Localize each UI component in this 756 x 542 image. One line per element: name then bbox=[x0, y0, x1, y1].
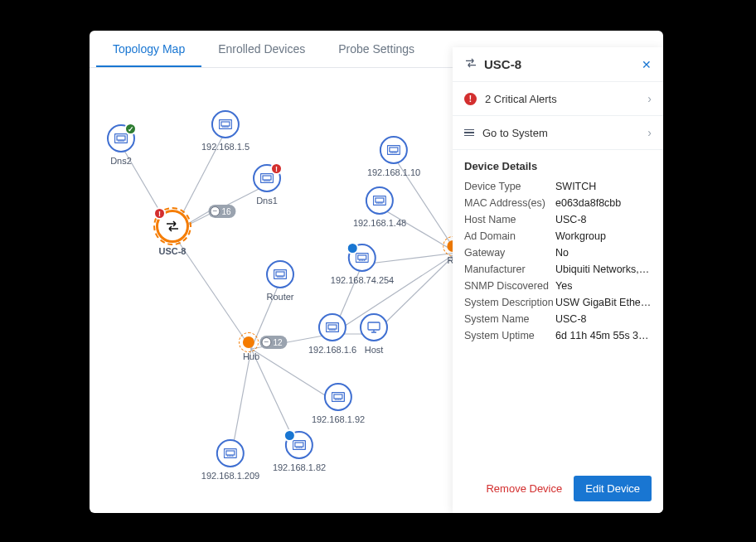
node-192-168-1-82[interactable]: 192.168.1.82 bbox=[273, 431, 326, 472]
ethernet-port-icon bbox=[219, 119, 232, 129]
node-192-168-1-10[interactable]: 192.168.1.10 bbox=[367, 136, 420, 177]
detail-row: MAC Address(es)e063da8f8cbb bbox=[464, 197, 652, 209]
node-192-168-1-209[interactable]: 192.168.1.209 bbox=[201, 439, 259, 481]
node-dns1[interactable]: ! Dns1 bbox=[253, 164, 281, 206]
svg-rect-30 bbox=[358, 255, 366, 259]
ethernet-port-icon bbox=[260, 173, 274, 183]
edit-device-button[interactable]: Edit Device bbox=[574, 476, 652, 501]
monitor-icon bbox=[367, 322, 380, 333]
node-dns2[interactable]: ✓ Dns2 bbox=[107, 124, 135, 166]
detail-row: SNMP DiscoveredYes bbox=[464, 280, 652, 292]
ethernet-port-icon bbox=[387, 145, 400, 155]
app-window: Topology Map Enrolled Devices Probe Sett… bbox=[90, 31, 663, 513]
detail-row: ManufacturerUbiquiti Networks, Inc. bbox=[464, 264, 652, 275]
node-label: USC-8 bbox=[156, 246, 189, 256]
close-panel-button[interactable]: ✕ bbox=[642, 58, 652, 71]
panel-actions: Remove Device Edit Device bbox=[453, 464, 663, 513]
svg-rect-24 bbox=[390, 148, 398, 152]
svg-rect-33 bbox=[368, 322, 380, 330]
panel-header: USC-8 ✕ bbox=[453, 47, 663, 82]
details-heading: Device Details bbox=[464, 160, 652, 172]
node-192-168-1-48[interactable]: 192.168.1.48 bbox=[353, 186, 406, 228]
node-router[interactable]: Router bbox=[266, 260, 294, 302]
node-192-168-1-92[interactable]: 192.168.1.92 bbox=[312, 383, 365, 424]
node-label: 192.168.1.209 bbox=[201, 471, 259, 481]
node-label: Dns1 bbox=[253, 196, 281, 206]
critical-alerts-row[interactable]: ! 2 Critical Alerts › bbox=[453, 82, 663, 116]
go-to-system-row[interactable]: Go to System › bbox=[453, 116, 663, 150]
status-error-icon: ! bbox=[270, 162, 283, 175]
node-192-168-1-6[interactable]: 192.168.1.6 bbox=[308, 313, 356, 355]
collapse-badge-hub[interactable]: − 12 bbox=[259, 336, 287, 349]
svg-rect-22 bbox=[263, 176, 271, 180]
detail-row: System NameUSC-8 bbox=[464, 313, 652, 325]
svg-rect-18 bbox=[117, 136, 125, 140]
node-label: 192.168.74.254 bbox=[331, 275, 394, 285]
node-label: 192.168.1.82 bbox=[273, 462, 326, 472]
ethernet-port-icon bbox=[224, 448, 237, 458]
node-192-168-1-5[interactable]: 192.168.1.5 bbox=[201, 110, 250, 152]
node-label: 192.168.1.92 bbox=[312, 414, 365, 424]
status-ok-icon: ✓ bbox=[124, 123, 137, 135]
alert-icon: ! bbox=[464, 93, 477, 105]
status-error-icon: ! bbox=[153, 207, 166, 220]
node-label: Dns2 bbox=[107, 156, 135, 166]
node-usc-8[interactable]: ! USC-8 bbox=[156, 210, 189, 256]
device-details-panel: USC-8 ✕ ! 2 Critical Alerts › Go to Syst… bbox=[453, 47, 663, 513]
collapse-count: 12 bbox=[273, 338, 282, 347]
minus-icon: − bbox=[210, 206, 220, 216]
switch-icon bbox=[464, 58, 477, 70]
ethernet-port-icon bbox=[332, 392, 345, 402]
detail-row: System Uptime6d 11h 45m 55s 30ms bbox=[464, 330, 652, 341]
collapse-badge-usc8[interactable]: − 16 bbox=[208, 205, 235, 218]
panel-title: USC-8 bbox=[484, 57, 635, 71]
switch-icon bbox=[165, 220, 180, 232]
tab-enrolled-devices[interactable]: Enrolled Devices bbox=[201, 31, 322, 67]
node-host[interactable]: Host bbox=[360, 313, 388, 355]
node-label: Host bbox=[360, 345, 388, 355]
detail-row: GatewayNo bbox=[464, 247, 652, 259]
svg-rect-35 bbox=[334, 394, 342, 399]
svg-rect-39 bbox=[226, 451, 235, 455]
node-label: Router bbox=[266, 292, 294, 302]
ethernet-port-icon bbox=[114, 133, 128, 143]
detail-row: Host NameUSC-8 bbox=[464, 214, 652, 225]
tab-probe-settings[interactable]: Probe Settings bbox=[322, 31, 431, 67]
svg-rect-26 bbox=[376, 198, 384, 202]
hub-dot-icon bbox=[243, 336, 254, 348]
ethernet-port-icon bbox=[326, 322, 339, 332]
tab-topology-map[interactable]: Topology Map bbox=[96, 31, 201, 67]
ethernet-port-icon bbox=[293, 440, 306, 450]
node-hub[interactable]: Hub bbox=[243, 336, 259, 361]
svg-rect-37 bbox=[295, 443, 303, 447]
node-label: 192.168.1.5 bbox=[201, 142, 250, 152]
chevron-right-icon: › bbox=[647, 126, 652, 139]
collapse-count: 16 bbox=[221, 207, 230, 216]
node-label: 192.168.1.6 bbox=[308, 345, 356, 355]
status-info-icon bbox=[284, 429, 296, 442]
node-label: Hub bbox=[243, 351, 259, 361]
svg-rect-32 bbox=[328, 325, 337, 329]
ethernet-port-icon bbox=[356, 253, 369, 263]
alerts-label: 2 Critical Alerts bbox=[485, 93, 557, 105]
ethernet-port-icon bbox=[274, 269, 287, 279]
svg-rect-28 bbox=[276, 272, 284, 276]
node-192-168-74-254[interactable]: 192.168.74.254 bbox=[331, 244, 394, 285]
minus-icon: − bbox=[261, 337, 271, 347]
node-label: 192.168.1.10 bbox=[367, 167, 420, 177]
chevron-right-icon: › bbox=[647, 92, 652, 105]
device-details-section: Device Details Device TypeSWITCH MAC Add… bbox=[453, 150, 663, 356]
detail-row: Device TypeSWITCH bbox=[464, 181, 652, 192]
node-label: 192.168.1.48 bbox=[353, 218, 406, 228]
svg-rect-20 bbox=[221, 122, 230, 126]
detail-row: System DescriptionUSW GigaBit Ethernet S… bbox=[464, 297, 652, 308]
goto-label: Go to System bbox=[482, 127, 548, 139]
ethernet-port-icon bbox=[373, 196, 386, 206]
detail-row: Ad DomainWorkgroup bbox=[464, 230, 652, 242]
list-icon bbox=[464, 129, 474, 137]
remove-device-button[interactable]: Remove Device bbox=[482, 476, 565, 501]
